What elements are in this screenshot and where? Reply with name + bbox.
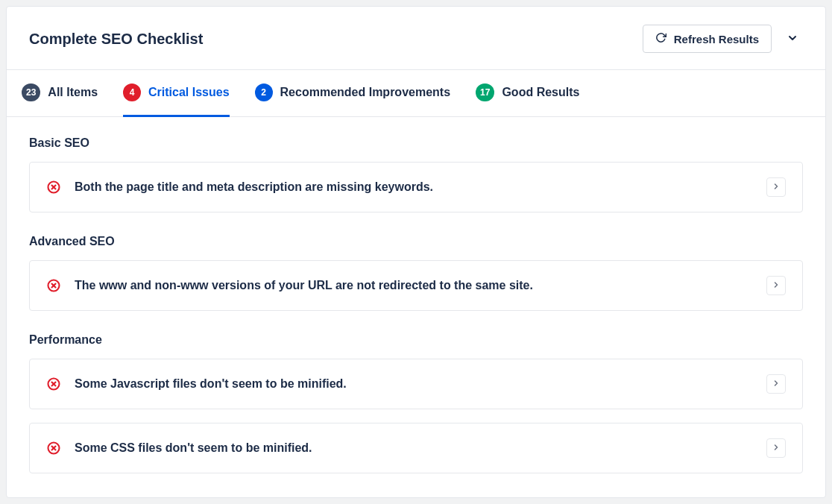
checklist-item-text: Some Javascript files don't seem to be m…: [75, 377, 753, 391]
panel-header: Complete SEO Checklist Refresh Results: [7, 7, 825, 69]
panel-content: Basic SEO Both the page title and meta d…: [7, 117, 825, 497]
tab-recommended-improvements[interactable]: 2 Recommended Improvements: [255, 70, 451, 117]
refresh-results-button[interactable]: Refresh Results: [643, 25, 772, 53]
expand-item-button[interactable]: [766, 374, 786, 394]
tabs: 23 All Items 4 Critical Issues 2 Recomme…: [7, 69, 825, 117]
tab-count-badge: 4: [123, 84, 141, 101]
section-title: Performance: [29, 333, 803, 347]
checklist-item-text: The www and non-www versions of your URL…: [75, 279, 753, 292]
refresh-label: Refresh Results: [674, 33, 759, 45]
expand-item-button[interactable]: [766, 177, 786, 197]
chevron-down-icon: [787, 32, 798, 46]
tab-critical-issues[interactable]: 4 Critical Issues: [123, 70, 230, 117]
header-actions: Refresh Results: [643, 25, 803, 53]
section-advanced-seo: Advanced SEO The www and non-www version…: [29, 235, 803, 311]
checklist-item[interactable]: The www and non-www versions of your URL…: [29, 260, 803, 311]
tab-all-items[interactable]: 23 All Items: [22, 70, 98, 117]
chevron-right-icon: [772, 182, 781, 193]
error-icon: [46, 180, 61, 195]
checklist-item[interactable]: Some Javascript files don't seem to be m…: [29, 359, 803, 409]
checklist-item[interactable]: Some CSS files don't seem to be minified…: [29, 423, 803, 473]
checklist-item[interactable]: Both the page title and meta description…: [29, 162, 803, 212]
section-basic-seo: Basic SEO Both the page title and meta d…: [29, 136, 803, 212]
expand-item-button[interactable]: [766, 438, 786, 458]
error-icon: [46, 441, 61, 456]
error-icon: [46, 377, 61, 391]
tab-count-badge: 23: [22, 84, 40, 101]
section-performance: Performance Some Javascript files don't …: [29, 333, 803, 473]
refresh-icon: [655, 32, 666, 45]
section-title: Basic SEO: [29, 136, 803, 150]
seo-checklist-panel: Complete SEO Checklist Refresh Results 2…: [6, 6, 826, 498]
tab-label: Recommended Improvements: [280, 86, 451, 99]
chevron-right-icon: [772, 379, 781, 390]
tab-label: All Items: [48, 86, 98, 99]
collapse-panel-button[interactable]: [782, 28, 803, 51]
tab-count-badge: 2: [255, 84, 273, 101]
tab-good-results[interactable]: 17 Good Results: [476, 70, 579, 117]
tab-label: Critical Issues: [148, 86, 230, 99]
tab-count-badge: 17: [476, 84, 494, 101]
section-title: Advanced SEO: [29, 235, 803, 248]
page-title: Complete SEO Checklist: [29, 31, 203, 48]
tab-label: Good Results: [502, 86, 579, 99]
chevron-right-icon: [772, 280, 781, 292]
chevron-right-icon: [772, 443, 781, 454]
error-icon: [46, 278, 61, 293]
checklist-item-text: Some CSS files don't seem to be minified…: [75, 441, 753, 455]
checklist-item-text: Both the page title and meta description…: [75, 180, 753, 194]
expand-item-button[interactable]: [766, 276, 786, 295]
